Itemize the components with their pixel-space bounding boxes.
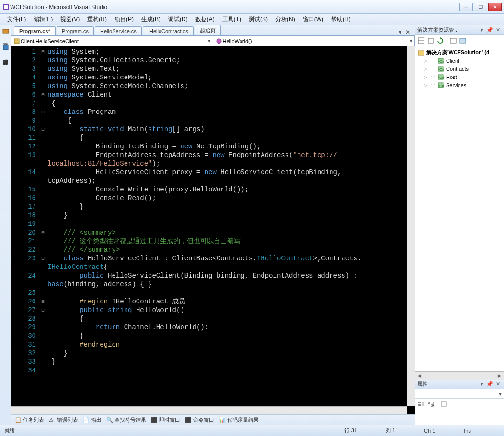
code-line[interactable]: tcpAddress); [47,177,413,185]
document-tab[interactable]: IHelloContract.cs [143,26,194,35]
code-line[interactable]: { [47,99,413,108]
project-node[interactable]: ▷⋯C#Services [417,81,502,89]
scroll-right-icon[interactable]: ► [495,372,504,379]
code-line[interactable]: return Channel.HelloWorld(); [47,323,413,332]
member-combo[interactable]: HelloWorld() ▾ [213,36,415,46]
code-line[interactable]: /// <summary> [47,228,413,237]
menu-item[interactable]: 视图(V) [57,14,82,24]
tab-dropdown-icon[interactable]: ▾ [397,29,403,35]
fold-marker[interactable]: ⊟ [40,47,46,56]
code-line[interactable]: public HelloServiceClient(Binding bindin… [47,271,413,280]
fold-marker[interactable]: ⊟ [40,108,46,116]
code-line[interactable]: { [47,116,413,125]
code-line[interactable]: using System.ServiceModel.Channels; [47,82,413,90]
panel-close-icon[interactable]: ✕ [494,381,502,387]
view-code-icon[interactable] [449,37,457,45]
show-all-icon[interactable] [427,37,435,45]
document-tab[interactable]: Program.cs [57,26,94,35]
expand-icon[interactable]: ▷ [424,67,429,71]
code-line[interactable]: class HelloServiceClient : ClientBase<Co… [47,254,413,263]
menu-item[interactable]: 帮助(H) [328,14,354,24]
code-line[interactable]: namespace Client [47,90,413,99]
properties-icon[interactable] [417,37,425,45]
document-tab[interactable]: HelloService.cs [95,26,142,35]
panel-pin-icon[interactable]: 📌 [485,381,494,387]
categorized-icon[interactable] [417,400,425,408]
fold-marker[interactable]: ⊟ [40,306,46,314]
tree-hscroll[interactable]: ◄ ► [415,371,504,380]
code-line[interactable]: #endregion [47,340,413,349]
fold-strip[interactable]: ⊟⊟⊟⊟⊟⊟⊟⊟ [40,46,46,414]
expand-icon[interactable]: ▷ [424,75,429,79]
tab-close-icon[interactable]: ✕ [403,29,412,35]
view-designer-icon[interactable] [459,37,467,45]
bottom-tab[interactable]: 🔍查找符号结果 [104,415,148,425]
code-line[interactable]: { [47,134,413,142]
code-line[interactable]: } [47,211,413,220]
bottom-tab[interactable]: ⬛即时窗口 [149,415,182,425]
code-line[interactable]: localhost:81/HelloService"); [47,159,413,168]
menu-item[interactable]: 工具(T) [219,14,244,24]
bottom-tab[interactable]: ⬛命令窗口 [183,415,216,425]
code-editor[interactable]: 1234567891011121314151617181920212223242… [11,46,415,414]
panel-close-icon[interactable]: ✕ [494,27,502,33]
code-line[interactable] [47,220,413,228]
expand-icon[interactable]: ▷ [424,58,429,63]
close-button[interactable]: ✕ [488,3,502,11]
code-line[interactable]: base(binding, address) { } [47,280,413,289]
code-line[interactable]: } [47,202,413,211]
menu-item[interactable]: 分析(N) [273,14,298,24]
alphabetical-icon[interactable]: AZ [427,400,435,408]
menu-item[interactable]: 测试(S) [246,14,271,24]
panel-pin-icon[interactable]: 📌 [485,27,494,33]
code-line[interactable]: class Program [47,108,413,116]
fold-marker[interactable]: ⊟ [40,125,46,134]
code-line[interactable]: } [47,358,413,366]
document-tab[interactable]: Program.cs* [14,26,56,35]
code-area[interactable]: using System;using System.Collections.Ge… [46,46,415,414]
project-node[interactable]: ▷⋯C#Contracts [417,65,502,73]
server-explorer-tab[interactable]: 服务器资源管理器 [0,52,11,59]
menu-item[interactable]: 文件(F) [4,14,29,24]
code-line[interactable]: } [47,332,413,340]
minimize-button[interactable]: ─ [459,3,473,11]
code-line[interactable]: { [47,314,413,323]
code-line[interactable]: HelloServiceClient proxy = new HelloServ… [47,168,413,177]
code-line[interactable]: /// 这个类型往常都是通过工具生成的，但也可以自己编写 [47,237,413,246]
menu-item[interactable]: 调试(D) [165,14,191,24]
menu-item[interactable]: 数据(A) [193,14,218,24]
code-line[interactable]: EndpointAddress tcpAddress = new Endpoin… [47,151,413,159]
panel-dropdown-icon[interactable]: ▾ [479,27,485,33]
code-line[interactable]: public string HelloWorld() [47,306,413,314]
document-tab[interactable]: 起始页 [195,25,221,35]
bottom-tab[interactable]: 📋任务列表 [13,415,46,425]
scroll-left-icon[interactable]: ◄ [415,372,424,379]
bottom-tab[interactable]: ⚠错误列表 [47,415,80,425]
panel-dropdown-icon[interactable]: ▾ [479,381,485,387]
menu-item[interactable]: 编辑(E) [31,14,56,24]
menu-item[interactable]: 重构(R) [84,14,110,24]
code-line[interactable]: Console.WriteLine(proxy.HelloWorld()); [47,185,413,194]
project-node[interactable]: ▷⋯C#Client [417,56,502,65]
toolbox-tab[interactable]: 工具箱 [0,36,11,43]
fold-marker[interactable]: ⊟ [40,254,46,263]
property-pages-icon[interactable] [440,400,447,408]
bottom-tab[interactable]: 📊代码度量结果 [217,415,261,425]
code-line[interactable]: #region IHelloContract 成员 [47,297,413,306]
code-line[interactable]: IHelloContract{ [47,263,413,271]
expand-icon[interactable]: ▷ [424,83,429,88]
bottom-tab[interactable]: 📄输出 [81,415,103,425]
code-line[interactable] [47,289,413,297]
class-combo[interactable]: Client.HelloServiceClient ▾ [11,36,213,46]
code-line[interactable]: /// </summary> [47,246,413,254]
solution-tree[interactable]: 解决方案'WCFSolution' (4 ▷⋯C#Client▷⋯C#Contr… [415,46,504,371]
toolbox-icon[interactable] [2,27,10,35]
maximize-button[interactable]: ❐ [474,3,487,11]
properties-object-combo[interactable]: ▾ [415,389,504,399]
code-line[interactable]: } [47,349,413,358]
horizontal-scrollbar[interactable] [11,406,407,414]
code-line[interactable]: static void Main(string[] args) [47,125,413,134]
menu-item[interactable]: 窗口(W) [300,14,326,24]
menu-item[interactable]: 项目(P) [112,14,137,24]
code-line[interactable] [47,366,413,375]
